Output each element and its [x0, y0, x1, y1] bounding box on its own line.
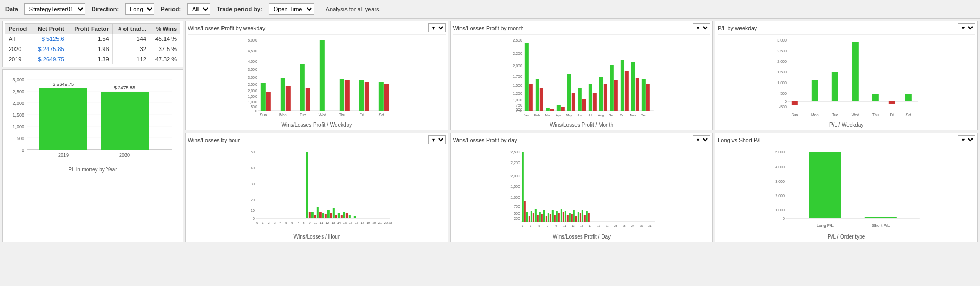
svg-rect-109	[852, 42, 859, 101]
svg-text:500: 500	[780, 92, 787, 95]
table-row[interactable]: 2019 $ 2649.75 1.39 112 47.32 %	[5, 54, 180, 64]
top-bar: Data StrategyTester01 Direction: Long Pe…	[0, 0, 980, 19]
svg-rect-187	[541, 214, 542, 222]
cell-profit-factor: 1.39	[68, 54, 112, 64]
svg-text:7: 7	[297, 221, 299, 224]
chart-pl-weekday: P/L by weekday ▾ 3,000 2,500 2,000 1,500…	[715, 21, 978, 130]
svg-text:2,500: 2,500	[12, 89, 24, 94]
direction-select[interactable]: Long	[125, 3, 154, 15]
svg-rect-209	[588, 213, 589, 222]
table-row[interactable]: All $ 5125.6 1.54 144 45.14 %	[5, 34, 180, 44]
svg-text:25: 25	[623, 224, 626, 227]
svg-rect-194	[556, 211, 557, 222]
data-table-container: Period Net Profit Profit Factor # of tra…	[2, 21, 183, 67]
svg-text:3,000: 3,000	[248, 76, 257, 79]
period-select[interactable]: All	[187, 3, 210, 15]
col-profit-factor: Profit Factor	[68, 24, 112, 34]
chart-wins-day-dropdown[interactable]: ▾	[693, 135, 710, 144]
svg-rect-110	[872, 94, 879, 101]
svg-rect-140	[341, 215, 343, 218]
svg-text:Thu: Thu	[872, 113, 879, 117]
cell-num-trades: 144	[112, 34, 150, 44]
svg-rect-197	[562, 212, 564, 222]
svg-rect-111	[889, 101, 895, 104]
direction-label: Direction:	[92, 6, 119, 12]
svg-text:40: 40	[251, 166, 255, 170]
chart-long-short-subtitle: P/L / Order type	[718, 234, 975, 240]
trade-period-select[interactable]: Open Time	[269, 3, 314, 15]
svg-rect-199	[566, 215, 568, 222]
svg-rect-179	[524, 201, 525, 222]
svg-rect-34	[300, 64, 305, 111]
svg-text:Dec: Dec	[640, 113, 646, 117]
svg-text:10: 10	[251, 209, 255, 213]
chart-pl-weekday-dropdown[interactable]: ▾	[958, 23, 975, 32]
svg-text:250: 250	[516, 109, 522, 113]
svg-text:19: 19	[597, 224, 600, 227]
svg-rect-207	[583, 215, 585, 222]
chart-weekday-dropdown[interactable]: ▾	[428, 23, 446, 32]
svg-rect-42	[384, 84, 389, 111]
svg-rect-186	[539, 212, 540, 222]
chart-month-dropdown[interactable]: ▾	[693, 23, 710, 32]
svg-text:Nov: Nov	[630, 113, 636, 117]
svg-rect-108	[832, 72, 838, 101]
svg-rect-61	[524, 43, 528, 111]
data-select[interactable]: StrategyTester01	[24, 3, 85, 15]
chart-weekday-header: Wins/Losses Profit by weekday ▾	[188, 23, 446, 35]
bar-2020	[101, 92, 149, 150]
svg-rect-80	[624, 71, 628, 111]
svg-rect-128	[309, 212, 311, 218]
svg-rect-39	[359, 80, 364, 111]
svg-rect-136	[330, 213, 332, 218]
chart-wins-day-title: Wins/Losses Profit by day	[453, 137, 517, 143]
chart-wins-hour-header: Wins/Losses by hour ▾	[188, 135, 446, 146]
svg-text:250: 250	[514, 217, 520, 220]
cell-net-profit: $ 2649.75	[32, 54, 68, 64]
svg-text:11: 11	[319, 221, 323, 224]
svg-rect-75	[599, 77, 603, 111]
right-panel: Wins/Losses Profit by weekday ▾ 5,000 4,…	[183, 21, 978, 242]
chart-wins-hour: Wins/Losses by hour ▾ 50 40 30 20 10 0	[185, 133, 448, 242]
svg-text:Jun: Jun	[577, 113, 582, 117]
svg-rect-106	[792, 101, 798, 105]
svg-rect-63	[535, 79, 539, 111]
svg-rect-191	[549, 214, 551, 222]
chart-pl-weekday-svg-area: 3,000 2,500 2,000 1,500 1,000 500 0 -500	[718, 36, 975, 120]
svg-rect-192	[551, 210, 553, 222]
svg-text:1,500: 1,500	[778, 70, 787, 74]
chart-weekday-profit: Wins/Losses Profit by weekday ▾ 5,000 4,…	[185, 21, 448, 130]
svg-text:Long P/L: Long P/L	[817, 223, 834, 228]
svg-text:Wed: Wed	[319, 113, 326, 117]
left-panel: Period Net Profit Profit Factor # of tra…	[2, 21, 183, 242]
svg-text:17: 17	[355, 221, 358, 224]
svg-text:6: 6	[291, 221, 293, 224]
table-row[interactable]: 2020 $ 2475.85 1.96 32 37.5 %	[5, 44, 180, 54]
svg-rect-181	[528, 216, 530, 222]
cell-profit-factor: 1.96	[68, 44, 112, 54]
cell-pct-wins: 45.14 %	[150, 34, 180, 44]
svg-rect-66	[550, 109, 554, 111]
svg-text:0: 0	[783, 217, 785, 220]
svg-text:0: 0	[255, 109, 257, 113]
data-table: Period Net Profit Profit Factor # of tra…	[5, 23, 180, 64]
svg-rect-64	[539, 88, 543, 111]
svg-text:1,000: 1,000	[776, 208, 785, 212]
svg-text:2,250: 2,250	[510, 161, 520, 165]
svg-rect-234	[865, 217, 897, 218]
svg-text:0: 0	[785, 100, 787, 103]
svg-rect-65	[546, 108, 549, 111]
svg-text:29: 29	[640, 224, 643, 227]
period-label: Period:	[161, 6, 181, 12]
svg-rect-193	[554, 215, 555, 222]
svg-rect-70	[571, 93, 575, 111]
svg-text:4: 4	[279, 221, 282, 224]
svg-text:13: 13	[572, 224, 575, 227]
svg-rect-71	[578, 88, 581, 111]
svg-text:3: 3	[530, 224, 531, 227]
chart-wins-day-header: Wins/Losses Profit by day ▾	[453, 135, 711, 146]
svg-rect-138	[335, 215, 337, 218]
svg-rect-38	[345, 80, 350, 111]
chart-long-short-dropdown[interactable]: ▾	[958, 135, 975, 144]
chart-wins-hour-dropdown[interactable]: ▾	[428, 135, 446, 144]
